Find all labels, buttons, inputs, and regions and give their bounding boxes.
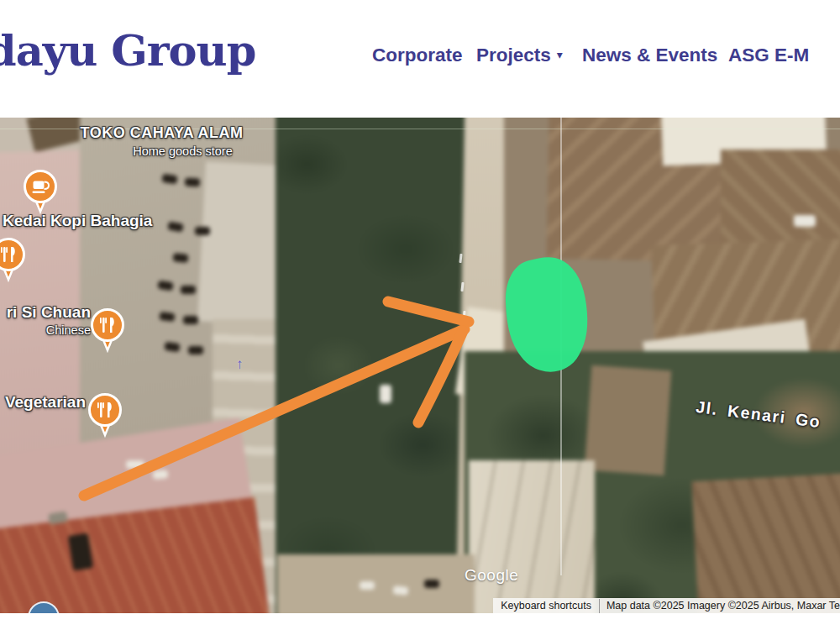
keyboard-shortcuts-link[interactable]: Keyboard shortcuts: [493, 599, 600, 613]
poi-label-vegetarian[interactable]: Vegetarian: [0, 393, 86, 412]
poi-label-toko-cahaya-alam[interactable]: TOKO CAHAYA ALAM: [59, 124, 265, 142]
poi-pin-restaurant[interactable]: [87, 392, 123, 439]
parcel-boundary-line: [560, 118, 562, 575]
restaurant-icon: [0, 237, 27, 284]
poi-pin-restaurant[interactable]: [89, 307, 126, 354]
poi-pin-coffee[interactable]: [22, 169, 59, 216]
one-way-arrow-icon: ↑: [236, 356, 244, 373]
site-header: dayu Group Corporate Projects▾ News & Ev…: [0, 0, 840, 118]
restaurant-icon: [89, 307, 126, 354]
satellite-imagery: [0, 118, 840, 613]
coffee-cup-icon: [22, 169, 59, 216]
poi-label-si-chuan[interactable]: ri Si Chuan: [0, 303, 91, 322]
restaurant-icon: [87, 392, 123, 439]
poi-sublabel-home-goods-store: Home goods store: [80, 144, 286, 158]
map-data-attribution: Map data ©2025 Imagery ©2025 Airbus, Max…: [600, 599, 840, 613]
nav-corporate[interactable]: Corporate: [372, 45, 463, 66]
poi-pin-restaurant[interactable]: [0, 237, 27, 284]
satellite-map[interactable]: TOKO CAHAYA ALAM Home goods store Kedai …: [0, 118, 840, 613]
google-watermark[interactable]: Google: [465, 566, 518, 585]
map-attribution-bar: Keyboard shortcuts Map data ©2025 Imager…: [493, 598, 840, 613]
nav-news-events[interactable]: News & Events: [582, 45, 717, 66]
nav-asg-emall[interactable]: ASG E-M: [728, 45, 809, 66]
poi-sublabel-chinese: Chinese: [0, 323, 91, 337]
nav-projects[interactable]: Projects▾: [476, 45, 563, 66]
company-logo[interactable]: dayu Group: [0, 25, 255, 76]
chevron-down-icon: ▾: [557, 48, 563, 61]
